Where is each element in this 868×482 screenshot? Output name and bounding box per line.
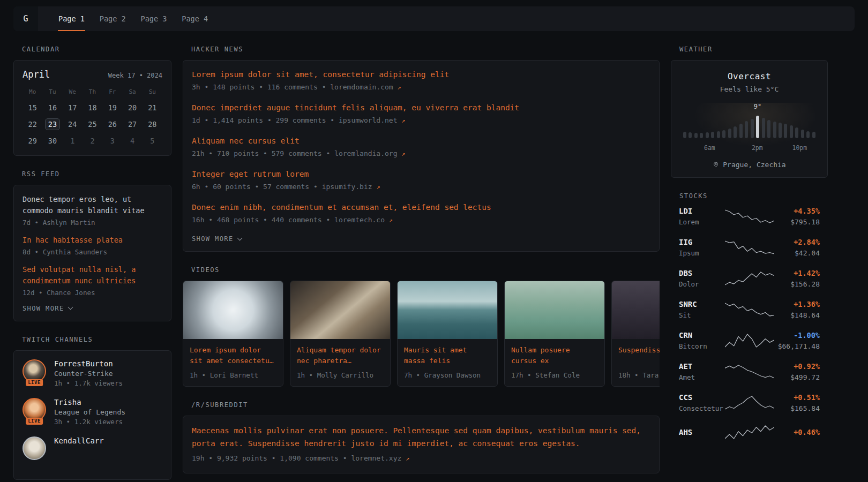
stock-id: CRN Bitcorn: [679, 331, 725, 350]
channel-game: League of Legends: [54, 408, 125, 416]
video-card[interactable]: Aliquam tempor dolor nec pharetra… 1h • …: [290, 281, 391, 387]
video-thumbnail[interactable]: [505, 281, 604, 339]
stock-price: $66,171.48: [774, 342, 820, 350]
stock-values: +1.42% $156.28: [774, 269, 820, 288]
stock-row[interactable]: CRN Bitcorn -1.00% $66,171.48: [679, 331, 820, 350]
calendar-day-next-month: 2: [83, 135, 102, 147]
twitch-channel-row[interactable]: LIVE Trisha League of Legends 3h • 1.2k …: [23, 398, 162, 426]
meta-text: 1d • 1,414 points • 299 comments • ipsum…: [192, 116, 398, 124]
external-link-icon[interactable]: ↗: [376, 183, 380, 191]
weather-bars: [683, 112, 815, 138]
stock-row[interactable]: AET Amet +0.92% $499.72: [679, 362, 820, 381]
weather-widget: Overcast Feels like 5°C 9° 6am 2pm 10pm …: [671, 60, 828, 178]
calendar-day: 25: [83, 118, 102, 130]
calendar-day: 28: [143, 118, 162, 130]
weather-time-label: 10pm: [792, 144, 807, 152]
hackernews-item-title[interactable]: Lorem ipsum dolor sit amet, consectetur …: [192, 69, 650, 80]
twitch-channel-row[interactable]: LIVE ForrestBurton Counter-Strike 1h • 1…: [23, 359, 162, 387]
weather-condition: Overcast: [680, 71, 819, 81]
video-card[interactable]: Suspendisse diam 18h • Tara: [611, 281, 660, 387]
calendar-day: 27: [122, 118, 142, 130]
rss-item-meta: 7d • Ashlyn Martin: [23, 219, 162, 227]
video-thumbnail[interactable]: [290, 281, 390, 339]
stock-sparkline: [725, 333, 774, 349]
channel-avatar-wrap: LIVE: [23, 398, 46, 421]
video-title[interactable]: Suspendisse diam: [618, 345, 660, 367]
video-card[interactable]: Lorem ipsum dolor sit amet consectetu… 1…: [183, 281, 283, 387]
video-thumbnail[interactable]: [398, 281, 497, 339]
app-logo[interactable]: G: [13, 6, 38, 31]
tab-page-3[interactable]: Page 3: [140, 6, 168, 31]
stock-price: $42.04: [774, 249, 820, 257]
rss-item-title[interactable]: In hac habitasse platea: [23, 235, 162, 246]
channel-name[interactable]: Trisha: [54, 398, 125, 406]
external-link-icon[interactable]: ↗: [406, 455, 409, 462]
external-link-icon[interactable]: ↗: [401, 117, 405, 124]
day-header-fr: Fr: [102, 88, 122, 95]
hackernews-item: Donec imperdiet augue tincidunt felis al…: [192, 102, 650, 124]
stock-symbol: DBS: [679, 269, 725, 277]
stock-sparkline: [725, 302, 774, 318]
hackernews-show-more-button[interactable]: SHOW MORE: [192, 235, 242, 243]
hackernews-item-meta: 6h • 60 points • 57 comments • ipsumify.…: [192, 183, 650, 191]
center-column: HACKER NEWS Lorem ipsum dolor sit amet, …: [183, 31, 660, 482]
external-link-icon[interactable]: ↗: [398, 84, 401, 91]
stock-sparkline: [725, 395, 774, 411]
stock-sparkline: [725, 270, 774, 287]
twitch-channel-row[interactable]: KendallCarr: [23, 436, 162, 460]
rss-item-title[interactable]: Donec tempor eros leo, ut commodo mauris…: [23, 194, 162, 216]
video-thumbnail[interactable]: [183, 281, 283, 339]
stock-name: Dolor: [679, 280, 725, 288]
video-card[interactable]: Nullam posuere cursus ex 17h • Stefan Co…: [504, 281, 605, 387]
tab-page-2[interactable]: Page 2: [99, 6, 126, 31]
stock-row[interactable]: AHS +0.46%: [679, 424, 820, 440]
external-link-icon[interactable]: ↗: [389, 216, 393, 224]
video-title[interactable]: Lorem ipsum dolor sit amet consectetu…: [190, 345, 276, 367]
hackernews-item-title[interactable]: Donec enim nibh, condimentum et accumsan…: [192, 202, 650, 213]
external-link-icon[interactable]: ↗: [401, 150, 405, 157]
hackernews-item-title[interactable]: Donec imperdiet augue tincidunt felis al…: [192, 102, 650, 114]
channel-name[interactable]: ForrestBurton: [54, 359, 123, 368]
stock-row[interactable]: DBS Dolor +1.42% $156.28: [679, 269, 820, 288]
channel-name[interactable]: KendallCarr: [54, 436, 104, 445]
calendar-day: 19: [102, 102, 122, 114]
channel-info: ForrestBurton Counter-Strike 1h • 1.7k v…: [54, 359, 123, 387]
subreddit-item-title[interactable]: Maecenas mollis pulvinar erat non posuer…: [192, 425, 650, 450]
calendar-day: 30: [42, 135, 62, 147]
weather-feels-like: Feels like 5°C: [680, 85, 819, 93]
meta-text: 16h • 468 points • 440 comments • loremt…: [192, 216, 385, 224]
calendar-day-next-month: 1: [63, 135, 83, 147]
video-title[interactable]: Aliquam tempor dolor nec pharetra…: [297, 345, 384, 367]
stock-row[interactable]: CCS Consectetur +0.51% $165.84: [679, 393, 820, 412]
stock-values: +0.51% $165.84: [774, 393, 820, 412]
stock-symbol: LDI: [679, 207, 725, 215]
tab-page-1[interactable]: Page 1: [58, 6, 85, 31]
stock-symbol: IIG: [679, 238, 725, 246]
video-thumbnail[interactable]: [612, 281, 660, 339]
calendar-header: April Week 17 • 2024: [23, 69, 162, 80]
calendar-day-next-month: 4: [122, 135, 142, 147]
weather-time-label: 6am: [704, 144, 715, 152]
hackernews-item-title[interactable]: Integer eget rutrum lorem: [192, 169, 650, 180]
twitch-section-title: TWITCH CHANNELS: [22, 336, 171, 343]
hackernews-item-title[interactable]: Aliquam nec cursus elit: [192, 135, 650, 147]
stock-sparkline: [725, 208, 774, 224]
stock-row[interactable]: LDI Lorem +4.35% $795.18: [679, 207, 820, 226]
stock-price: $148.64: [774, 311, 820, 319]
day-header-th: Th: [83, 88, 102, 95]
hackernews-item-meta: 1d • 1,414 points • 299 comments • ipsum…: [192, 116, 650, 124]
video-title[interactable]: Nullam posuere cursus ex: [511, 345, 598, 367]
stock-row[interactable]: IIG Ipsum +2.84% $42.04: [679, 238, 820, 257]
hackernews-widget: Lorem ipsum dolor sit amet, consectetur …: [183, 60, 660, 252]
stock-change: -1.00%: [774, 331, 820, 340]
rss-item-title[interactable]: Sed volutpat nulla nisl, a condimentum n…: [23, 264, 162, 287]
dashboard-columns: CALENDAR April Week 17 • 2024 Mo Tu We T…: [13, 31, 868, 482]
video-card[interactable]: Mauris sit amet massa felis 7h • Grayson…: [397, 281, 498, 387]
tab-page-4[interactable]: Page 4: [181, 6, 208, 31]
meta-text: 21h • 710 points • 579 comments • loreml…: [192, 149, 398, 157]
rss-show-more-button[interactable]: SHOW MORE: [23, 305, 72, 312]
calendar-day-next-month: 5: [143, 135, 162, 147]
stock-values: +0.92% $499.72: [774, 362, 820, 381]
stock-row[interactable]: SNRC Sit +1.36% $148.64: [679, 300, 820, 319]
video-title[interactable]: Mauris sit amet massa felis: [404, 345, 491, 367]
